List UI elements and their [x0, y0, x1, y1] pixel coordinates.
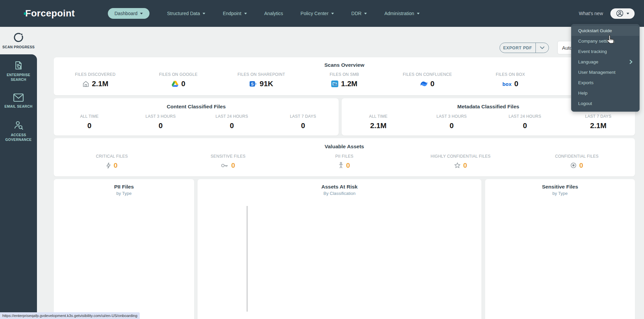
menu-item-quickstart-guide[interactable]: Quickstart Guide [571, 25, 639, 36]
assets-at-risk-chart-card: Assets At Risk By Classification [198, 179, 481, 319]
stat-pii-files: PII FILES 0 [286, 154, 402, 169]
stat-label: LAST 3 HOURS [145, 114, 176, 119]
menu-item-logout[interactable]: Logout [571, 98, 639, 109]
brand-text: Forcepoint [25, 8, 75, 18]
chevron-down-icon [140, 13, 143, 14]
chevron-down-icon [364, 13, 367, 14]
stat-all-time: ALL TIME 0 [54, 114, 125, 130]
nav-item-analytics[interactable]: Analytics [264, 11, 283, 16]
target-icon [570, 162, 576, 168]
menu-item-company-settings[interactable]: Company settings [571, 36, 639, 46]
smb-cifs-icon: CIFS [331, 81, 338, 87]
stat-files-on-smb: FILES ON SMB CIFS 1.2M [303, 72, 386, 88]
user-dropdown-menu: Quickstart Guide Company settings Event … [571, 24, 640, 112]
star-icon [454, 162, 461, 168]
left-sidebar: ENTERPRISE SEARCH EMAIL SEARCH ACCESS GO… [0, 54, 37, 319]
nav-item-structured-data[interactable]: Structured Data [167, 11, 205, 16]
stat-value: S 91K [250, 79, 273, 88]
key-icon [221, 163, 228, 168]
stat-value: box 0 [503, 79, 519, 88]
nav-item-endpoint[interactable]: Endpoint [223, 11, 247, 16]
menu-item-help[interactable]: Help [571, 88, 639, 98]
home-icon [82, 81, 89, 87]
nav-item-administration[interactable]: Administration [384, 11, 420, 16]
stat-number: 0 [579, 161, 583, 169]
stat-sensitive-files: SENSITIVE FILES 0 [170, 154, 286, 169]
svg-text:CIFS: CIFS [334, 85, 337, 86]
chevron-down-icon [627, 13, 629, 14]
nav-item-label: Policy Center [301, 11, 329, 16]
stat-last-24-hours: LAST 24 HOURS 0 [196, 114, 267, 130]
stat-number: 91K [260, 79, 273, 88]
card-title: Scans Overview [54, 62, 635, 68]
chart-title: PII Files [54, 184, 194, 190]
nav-right-group: What's new [579, 0, 635, 27]
card-title: Valuable Assets [54, 144, 635, 150]
primary-nav: Dashboard Structured Data Endpoint Analy… [108, 8, 420, 19]
stat-label: CRITICAL FILES [96, 154, 128, 159]
stat-label: ALL TIME [80, 114, 98, 119]
nav-item-ddr[interactable]: DDR [351, 11, 367, 16]
stat-number: 2.1M [92, 79, 109, 88]
scans-stat-row: FILES DISCOVERED 2.1M FILES ON GOOGLE [54, 72, 635, 88]
status-url-text: https://enterpriseqafp.gvdevelopment.k3s… [2, 314, 137, 318]
menu-item-label: Help [578, 91, 588, 96]
user-avatar-button[interactable] [610, 8, 635, 19]
menu-item-label: User Management [578, 70, 615, 75]
sidebar-item-scan-progress[interactable]: SCAN PROGRESS [0, 27, 37, 54]
stat-number: 0 [87, 121, 91, 130]
stat-last-3-hours: LAST 3 HOURS 0 [125, 114, 196, 130]
box-icon: box [503, 81, 512, 87]
svg-text:S: S [251, 82, 254, 87]
user-avatar-icon [616, 9, 624, 17]
export-options-toggle[interactable] [536, 46, 549, 49]
stat-value: 0 [221, 161, 235, 169]
stat-label: LAST 7 DAYS [585, 114, 611, 119]
top-navbar: Forcepoint Dashboard Structured Data End… [0, 0, 644, 27]
nav-item-policy-center[interactable]: Policy Center [301, 11, 334, 16]
chart-title: Assets At Risk [198, 184, 481, 190]
stat-value: 0 [570, 161, 583, 169]
stat-value: 0 [339, 161, 350, 169]
export-pdf-button[interactable]: EXPORT PDF [500, 43, 549, 53]
stat-label: FILES ON GOOGLE [159, 72, 198, 77]
stat-label: LAST 24 HOURS [215, 114, 248, 119]
chart-subtitle: By Classification [198, 191, 481, 196]
whats-new-link[interactable]: What's new [579, 11, 603, 16]
menu-item-exports[interactable]: Exports [571, 77, 639, 88]
envelope-icon [13, 93, 24, 102]
stat-value: 0 [454, 161, 467, 169]
sidebar-item-enterprise-search[interactable]: ENTERPRISE SEARCH [3, 60, 34, 82]
stat-files-on-sharepoint: FILES ON SHAREPOINT S 91K [220, 72, 303, 88]
stat-value: CIFS 1.2M [331, 79, 357, 88]
stat-label: FILES ON BOX [496, 72, 525, 77]
menu-item-language[interactable]: Language [571, 57, 639, 67]
app-window: Forcepoint Dashboard Structured Data End… [0, 0, 644, 319]
stat-label: LAST 24 HOURS [509, 114, 541, 119]
stat-number: 0 [181, 79, 185, 88]
sharepoint-icon: S [250, 81, 257, 87]
nav-item-label: Endpoint [223, 11, 241, 16]
confluence-icon [420, 81, 428, 87]
stat-label: FILES ON SHAREPOINT [238, 72, 285, 77]
stat-files-on-google: FILES ON GOOGLE 0 [137, 72, 220, 88]
nav-item-dashboard[interactable]: Dashboard [108, 8, 150, 19]
chart-subtitle: by Type [54, 191, 194, 196]
stat-number: 0 [231, 161, 235, 169]
sidebar-item-email-search[interactable]: EMAIL SEARCH [3, 93, 34, 109]
logo-accent-square [24, 12, 26, 15]
stat-number: 0 [430, 79, 434, 88]
stat-highly-confidential-files: HIGHLY CONFIDENTIAL FILES 0 [402, 154, 519, 169]
stat-number: 1.2M [341, 79, 357, 88]
stat-number: 0 [114, 161, 118, 169]
stat-last-3-hours: LAST 3 HOURS 0 [415, 114, 488, 130]
stat-number: 0 [346, 161, 350, 169]
user-search-icon [13, 120, 24, 130]
lightning-icon [106, 162, 111, 169]
stat-all-time: ALL TIME 2.1M [342, 114, 415, 130]
sidebar-item-access-governance[interactable]: ACCESS GOVERNANCE [3, 120, 34, 142]
menu-item-user-management[interactable]: User Management [571, 67, 639, 77]
menu-item-event-tracking[interactable]: Event tracking [571, 46, 639, 57]
person-icon [339, 162, 343, 169]
forcepoint-logo: Forcepoint [25, 8, 75, 19]
